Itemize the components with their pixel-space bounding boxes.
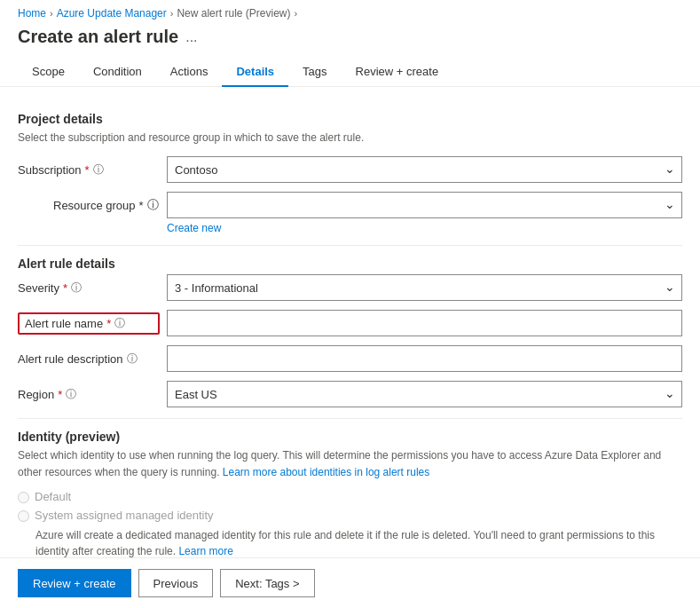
region-select[interactable]: East US: [167, 381, 682, 407]
identity-system-row: System assigned managed identity: [18, 509, 682, 522]
tab-actions[interactable]: Actions: [156, 58, 223, 87]
resource-group-info-icon[interactable]: ⓘ: [147, 197, 159, 213]
alert-rule-description-control: [167, 345, 682, 372]
next-button[interactable]: Next: Tags >: [220, 569, 314, 597]
identity-default-row: Default: [18, 490, 682, 503]
subscription-info-icon[interactable]: ⓘ: [93, 162, 104, 178]
alert-rule-description-label: Alert rule description ⓘ: [18, 351, 160, 367]
severity-select-wrapper: 3 - Informational: [167, 274, 682, 301]
subscription-select[interactable]: Contoso: [167, 156, 682, 183]
identity-title: Identity (preview): [18, 430, 682, 444]
project-details-desc: Select the subscription and resource gro…: [18, 130, 682, 146]
alert-rule-name-row: Alert rule name * ⓘ: [18, 310, 682, 336]
region-row: Region * ⓘ East US: [18, 381, 682, 407]
severity-row: Severity * ⓘ 3 - Informational: [18, 274, 682, 301]
alert-desc-info-icon[interactable]: ⓘ: [127, 351, 138, 367]
identity-system-radio[interactable]: [18, 510, 29, 522]
alert-rule-name-control: [167, 310, 682, 336]
region-select-wrapper: East US: [167, 381, 682, 407]
page-options-ellipsis[interactable]: ...: [185, 29, 197, 45]
identity-system-label: System assigned managed identity: [35, 509, 214, 522]
breadcrumb-home[interactable]: Home: [18, 7, 46, 20]
identity-default-label: Default: [35, 490, 71, 503]
identity-learn-more-link[interactable]: Learn more about identities in log alert…: [223, 466, 429, 478]
tab-tags[interactable]: Tags: [288, 58, 341, 87]
resource-group-label: Resource group * ⓘ: [35, 197, 160, 213]
identity-description: Select which identity to use when runnin…: [18, 447, 682, 481]
severity-select[interactable]: 3 - Informational: [167, 274, 682, 301]
severity-label: Severity * ⓘ: [18, 280, 160, 296]
alert-rule-details-title: Alert rule details: [18, 257, 682, 271]
section-divider-2: [18, 418, 682, 419]
breadcrumb-current: New alert rule (Preview): [177, 7, 290, 20]
resource-group-select-wrapper: [167, 192, 682, 218]
subscription-label: Subscription * ⓘ: [18, 162, 160, 178]
review-create-button[interactable]: Review + create: [18, 569, 131, 597]
previous-button[interactable]: Previous: [138, 569, 214, 597]
page-title: Create an alert rule: [18, 27, 178, 47]
region-label: Region * ⓘ: [18, 387, 160, 402]
tab-bar: Scope Condition Actions Details Tags Rev…: [0, 58, 700, 87]
subscription-select-wrapper: Contoso: [167, 156, 682, 183]
footer-actions: Review + create Previous Next: Tags >: [0, 557, 700, 608]
severity-info-icon[interactable]: ⓘ: [71, 280, 82, 296]
region-info-icon[interactable]: ⓘ: [66, 387, 76, 402]
resource-group-select[interactable]: [167, 192, 682, 218]
project-details-title: Project details: [18, 112, 682, 126]
create-new-link[interactable]: Create new: [167, 222, 682, 234]
tab-details[interactable]: Details: [222, 58, 288, 87]
alert-rule-name-label-wrapper: Alert rule name * ⓘ: [18, 312, 160, 335]
subscription-row: Subscription * ⓘ Contoso: [18, 156, 682, 183]
main-content: Project details Select the subscription …: [0, 87, 700, 608]
alert-rule-description-input[interactable]: [167, 345, 682, 372]
tab-review-create[interactable]: Review + create: [342, 58, 453, 87]
tab-scope[interactable]: Scope: [18, 58, 79, 87]
identity-system-desc: Azure will create a dedicated managed id…: [35, 527, 682, 559]
breadcrumb: Home › Azure Update Manager › New alert …: [0, 0, 700, 23]
section-divider-1: [18, 245, 682, 246]
system-identity-learn-more[interactable]: Learn more: [178, 545, 232, 557]
alert-rule-name-input[interactable]: [167, 310, 682, 336]
resource-group-row: Resource group * ⓘ: [18, 192, 682, 218]
breadcrumb-service[interactable]: Azure Update Manager: [57, 7, 167, 20]
identity-default-radio[interactable]: [18, 492, 29, 503]
page-title-row: Create an alert rule ...: [0, 23, 700, 58]
alert-name-info-icon[interactable]: ⓘ: [114, 316, 125, 331]
alert-rule-description-row: Alert rule description ⓘ: [18, 345, 682, 372]
tab-condition[interactable]: Condition: [79, 58, 156, 87]
